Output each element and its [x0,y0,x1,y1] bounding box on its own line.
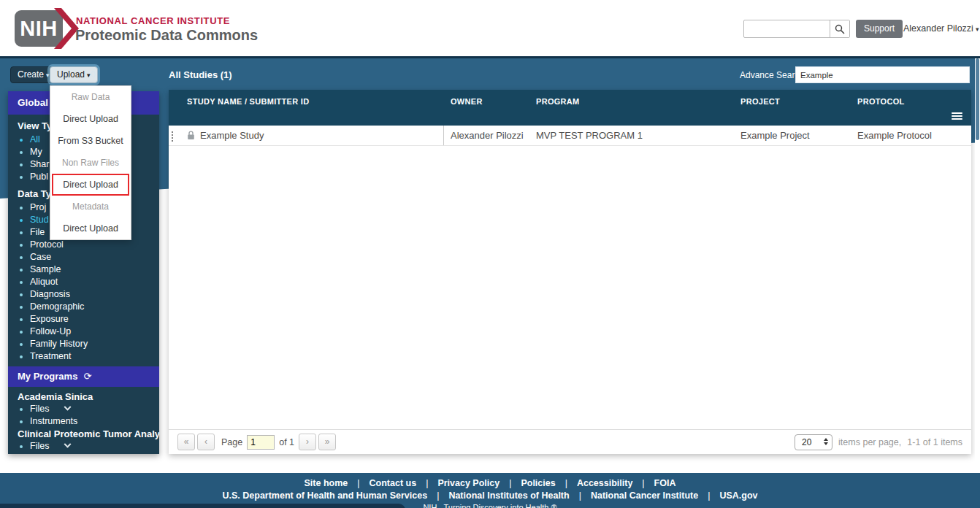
sidebar-item-demographic[interactable]: Demographic [8,301,159,313]
bullet-icon [20,244,23,247]
owner-cell: Alexander Pilozzi [444,126,529,145]
pagination-bar: « ‹ Page of 1 › » 20 items per page, 1-1… [169,429,971,454]
footer-link[interactable]: National Institutes of Health [448,490,569,501]
footer-links-row1: Site home|Contact us|Privacy Policy|Poli… [0,478,980,488]
separator: | [499,478,521,488]
footer-link[interactable]: Site home [305,478,348,488]
scrollbar-thumb[interactable] [976,58,979,140]
menu-section-metadata: Metadata [50,196,131,218]
footer-link[interactable]: Privacy Policy [437,478,499,488]
search-icon [835,24,845,34]
items-range-text: 1-1 of 1 items [907,437,962,447]
project-cell: Example Project [734,126,851,145]
bullet-icon [20,281,23,284]
header-search-input[interactable] [744,20,830,37]
caret-down-icon: ▾ [87,72,91,79]
sidebar-item-files[interactable]: Files [8,440,159,453]
bullet-icon [20,139,23,142]
page-title: All Studies (1) [169,69,232,80]
sidebar-item-exposure[interactable]: Exposure [8,313,159,326]
bullet-icon [20,163,23,166]
upload-button-label: Upload [57,69,85,80]
bullet-icon [20,256,23,259]
bullet-icon [20,151,23,154]
footer-wave-decoration [0,504,405,508]
footer-link[interactable]: USA.gov [719,490,757,501]
next-page-button[interactable]: › [299,434,316,450]
separator: | [348,478,369,488]
sidebar-item-family-history[interactable]: Family History [8,338,159,350]
bullet-icon [20,445,23,448]
bullet-icon [20,293,23,296]
footer-link[interactable]: Policies [521,478,555,488]
program-cptac: Clinical Proteomic Tumor Analy... [8,428,159,440]
menu-item-metadata-direct-upload[interactable]: Direct Upload [50,218,131,239]
chevron-down-icon[interactable] [64,441,72,448]
column-header-protocol: PROTOCOL [851,90,971,126]
column-header-owner: OWNER [444,90,529,126]
study-name-link[interactable]: Example Study [200,130,264,141]
drag-handle-icon[interactable] [172,131,173,133]
bullet-icon [20,306,23,309]
footer-links-row2: U.S. Department of Health and Human Serv… [0,490,980,501]
nci-title: NATIONAL CANCER INSTITUTE [76,15,230,26]
program-cell: MVP TEST PROGRAM 1 [529,126,734,145]
ghost-count: 0 [91,69,96,80]
footer-link[interactable]: U.S. Department of Health and Human Serv… [222,490,427,501]
footer-link[interactable]: National Cancer Institute [591,490,698,501]
sidebar-item-sample[interactable]: Sample [8,263,159,276]
menu-item-raw-direct-upload[interactable]: Direct Upload [50,108,131,130]
footer-link[interactable]: Accessibility [577,478,632,488]
sidebar-item-files[interactable]: Files [8,403,159,415]
caret-down-icon: ▾ [46,72,50,79]
sidebar-item-followup[interactable]: Follow-Up [8,326,159,338]
upload-dropdown-menu: Raw Data Direct Upload From S3 Bucket No… [50,85,131,240]
product-title: Proteomic Data Commons [75,27,258,44]
sidebar-item-instruments[interactable]: Instruments [8,415,159,428]
footer-link[interactable]: Contact us [370,478,417,488]
search-button[interactable] [830,20,849,37]
sidebar-item-case[interactable]: Case [8,251,159,263]
sidebar-item-diagnosis[interactable]: Diagnosis [8,288,159,301]
separator: | [632,478,654,488]
app-header: NIH NATIONAL CANCER INSTITUTE Proteomic … [0,0,980,58]
my-programs-header: My Programs⟳ [8,366,159,387]
bullet-icon [20,343,23,346]
page-label: Page [221,437,242,447]
header-search [743,20,850,38]
program-academia-sinica: Academia Sinica [8,391,159,403]
page-number-input[interactable] [247,435,275,450]
chevron-down-icon[interactable] [64,404,72,411]
user-menu[interactable]: Alexander Pilozzi▾ [903,23,979,34]
support-button[interactable]: Support [856,20,903,38]
bullet-icon [20,219,23,222]
studies-table: STUDY NAME / SUBMITTER ID OWNER PROGRAM … [169,90,971,454]
caret-down-icon: ▾ [976,26,979,33]
protocol-cell: Example Protocol [851,126,971,145]
separator: | [556,478,577,488]
last-page-button[interactable]: » [318,434,336,450]
table-menu-icon[interactable] [952,112,962,120]
menu-item-from-s3-bucket[interactable]: From S3 Bucket [50,130,131,152]
separator: | [427,490,448,501]
create-button-label: Create [18,69,44,80]
menu-section-raw-data: Raw Data [50,86,131,108]
user-name: Alexander Pilozzi [903,23,973,34]
previous-page-button[interactable]: ‹ [197,434,215,450]
refresh-icon[interactable]: ⟳ [83,371,91,382]
table-row[interactable]: Example Study Alexander Pilozzi MVP TEST… [169,126,971,146]
advance-search-input[interactable] [795,66,970,83]
items-per-page-select[interactable]: 20 [795,434,832,450]
column-header-project: PROJECT [734,90,851,126]
sidebar-item-protocol[interactable]: Protocol [8,239,159,251]
sidebar-item-aliquot[interactable]: Aliquot [8,276,159,288]
separator: | [698,490,719,501]
bullet-icon [20,231,23,234]
sidebar-item-treatment[interactable]: Treatment [8,350,159,363]
first-page-button[interactable]: « [177,434,195,450]
bullet-icon [20,355,23,358]
menu-item-nonraw-direct-upload-highlighted[interactable]: Direct Upload [52,174,129,196]
footer-link[interactable]: FOIA [654,478,676,488]
bullet-icon [20,408,23,411]
items-per-page-value: 20 [802,437,811,447]
